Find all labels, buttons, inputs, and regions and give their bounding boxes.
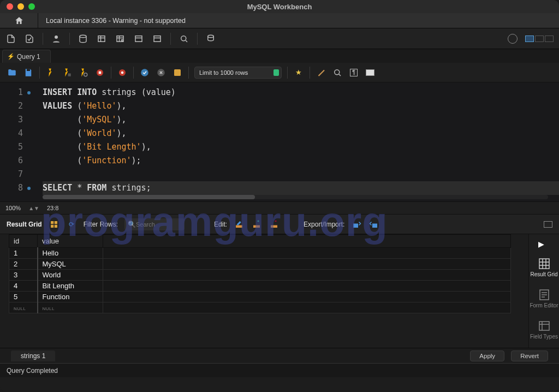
editor-hscrollbar[interactable] xyxy=(43,195,548,199)
table-row-null[interactable]: NULLNULL xyxy=(9,302,511,313)
beautify-icon[interactable] xyxy=(316,67,326,78)
query-tab-label: Query 1 xyxy=(17,53,40,61)
table-row[interactable]: 4Bit Length xyxy=(9,281,511,292)
open-file-icon[interactable] xyxy=(7,67,17,78)
settings-icon[interactable] xyxy=(508,34,518,44)
svg-rect-21 xyxy=(54,221,57,224)
titlebar: MySQL Workbench xyxy=(0,0,559,13)
cursor-position: 23:8 xyxy=(47,205,58,211)
wrap-cell-icon[interactable] xyxy=(544,221,552,228)
revert-button[interactable]: Revert xyxy=(511,351,548,361)
connection-tab-label: Local instance 3306 - Warning - not supp… xyxy=(46,17,186,25)
svg-point-1 xyxy=(80,35,86,38)
open-sql-icon[interactable] xyxy=(24,33,35,44)
refresh-icon[interactable]: ⟳ xyxy=(66,219,77,230)
side-arrow-icon[interactable]: ▶ xyxy=(538,240,544,248)
table-row[interactable]: 5Function xyxy=(9,292,511,302)
table-row[interactable]: 3World xyxy=(9,270,511,281)
new-sql-tab-icon[interactable] xyxy=(5,33,16,44)
window-title: MySQL Workbench xyxy=(0,3,559,11)
execute-current-icon[interactable] xyxy=(62,67,73,78)
svg-point-11 xyxy=(84,73,87,76)
create-table-icon[interactable] xyxy=(96,33,107,44)
star-icon[interactable]: ★ xyxy=(293,67,304,78)
side-tab-field-types[interactable]: Field Types xyxy=(529,317,559,342)
grid-view-icon[interactable] xyxy=(49,219,60,230)
svg-rect-2 xyxy=(98,35,105,41)
limit-dropdown[interactable]: Limit to 1000 rows xyxy=(194,67,282,79)
autocommit-icon[interactable] xyxy=(172,67,183,78)
col-id[interactable]: id xyxy=(9,235,38,248)
invisible-icon[interactable]: ¶ xyxy=(348,67,359,78)
export-icon[interactable] xyxy=(351,219,362,230)
svg-rect-10 xyxy=(68,73,71,76)
query-tab[interactable]: ⚡ Query 1 xyxy=(2,50,51,63)
find-icon[interactable] xyxy=(332,67,343,78)
svg-rect-31 xyxy=(539,322,549,330)
create-function-icon[interactable] xyxy=(152,33,163,44)
result-toolbar: Result Grid ⟳ Filter Rows: 🔍 Edit: Expor… xyxy=(0,215,559,234)
rollback-icon[interactable] xyxy=(156,67,166,78)
editor-statusline: 100% ▲▼ 23:8 xyxy=(0,201,559,215)
svg-point-8 xyxy=(208,35,214,38)
filter-input[interactable] xyxy=(136,221,174,228)
result-tab[interactable]: strings 1 xyxy=(11,351,55,361)
search-icon: 🔍 xyxy=(128,221,136,228)
apply-button[interactable]: Apply xyxy=(470,351,504,361)
window-close-button[interactable] xyxy=(7,3,13,10)
add-row-icon[interactable] xyxy=(251,219,262,230)
table-row[interactable]: 1Hello xyxy=(9,248,511,259)
sql-editor[interactable]: 1 2 3 4 5 6 7 8 INSERT INTO strings (val… xyxy=(0,82,559,201)
connection-bar: Local instance 3306 - Warning - not supp… xyxy=(0,13,559,28)
save-file-icon[interactable] xyxy=(23,67,34,78)
svg-rect-6 xyxy=(154,35,160,41)
bolt-icon: ⚡ xyxy=(7,53,15,60)
line-gutter: 1 2 3 4 5 6 7 8 xyxy=(0,82,35,201)
create-schema-icon[interactable] xyxy=(78,33,88,44)
status-bar: Query Completed xyxy=(0,363,559,377)
wrap-icon[interactable] xyxy=(365,67,376,78)
edit-row-icon[interactable] xyxy=(234,219,245,230)
code-area[interactable]: INSERT INTO strings (value) VALUES ('Hel… xyxy=(35,82,559,201)
commit-icon[interactable] xyxy=(139,67,150,78)
svg-point-16 xyxy=(141,69,148,76)
zoom-stepper-icon[interactable]: ▲▼ xyxy=(28,205,39,211)
query-toolbar: Limit to 1000 rows ★ ¶ xyxy=(0,63,559,82)
import-icon[interactable] xyxy=(368,219,379,230)
table-row[interactable]: 2MySQL xyxy=(9,259,511,270)
edit-label: Edit: xyxy=(214,221,227,228)
main-toolbar xyxy=(0,28,559,49)
execute-icon[interactable] xyxy=(45,67,56,78)
svg-rect-13 xyxy=(99,71,102,74)
search-table-icon[interactable] xyxy=(179,33,189,44)
filter-search[interactable]: 🔍 xyxy=(124,218,185,230)
home-icon xyxy=(14,15,25,26)
svg-point-4 xyxy=(121,39,123,41)
col-empty xyxy=(103,235,511,248)
zoom-level[interactable]: 100% xyxy=(5,205,21,211)
side-tab-form-editor[interactable]: Form Editor xyxy=(529,286,559,311)
result-grid[interactable]: id value 1Hello 2MySQL 3World 4Bit Lengt… xyxy=(0,234,528,348)
svg-point-0 xyxy=(55,35,58,39)
svg-rect-18 xyxy=(174,69,181,76)
side-tab-result-grid[interactable]: Result Grid xyxy=(529,255,559,280)
svg-point-7 xyxy=(181,35,186,40)
col-value[interactable]: value xyxy=(38,235,103,248)
reconnect-icon[interactable] xyxy=(205,33,216,44)
svg-rect-27 xyxy=(353,223,358,228)
connection-tab[interactable]: Local instance 3306 - Warning - not supp… xyxy=(38,13,559,28)
svg-rect-5 xyxy=(135,35,142,41)
create-view-icon[interactable] xyxy=(115,33,126,44)
explain-icon[interactable] xyxy=(78,67,89,78)
window-minimize-button[interactable] xyxy=(17,3,24,10)
stop-icon[interactable] xyxy=(94,67,105,78)
toggle-icon-1[interactable] xyxy=(117,67,128,78)
filter-label: Filter Rows: xyxy=(84,221,118,228)
delete-row-icon[interactable] xyxy=(269,219,280,230)
panel-toggle[interactable] xyxy=(525,35,554,42)
export-label: Export/Import: xyxy=(304,221,344,228)
window-maximize-button[interactable] xyxy=(28,3,35,10)
inspector-icon[interactable] xyxy=(51,33,62,44)
home-tab[interactable] xyxy=(0,13,38,28)
create-procedure-icon[interactable] xyxy=(133,33,144,44)
